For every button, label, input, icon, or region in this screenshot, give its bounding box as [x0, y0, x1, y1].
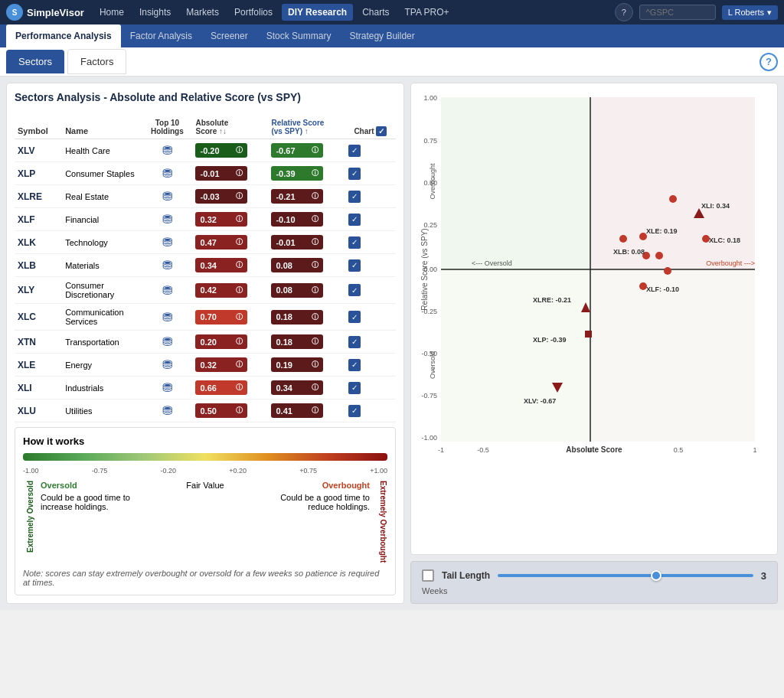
oversold-col: Oversold Could be a good time to increas… [41, 481, 132, 511]
right-panel: 1.00 0.75 0.50 0.25 0.00 -0.25 -0.50 -0.… [410, 83, 778, 604]
table-row: XLC Communication Services ⛃ 0.70 ⓘ 0.18… [15, 304, 396, 331]
cell-holdings[interactable]: ⛃ [142, 277, 192, 304]
user-menu[interactable]: L Roberts ▾ [722, 5, 778, 20]
cell-holdings[interactable]: ⛃ [142, 254, 192, 277]
tail-value: 3 [761, 570, 766, 582]
cell-relative: 0.18 ⓘ [268, 304, 345, 331]
tail-checkbox[interactable] [422, 569, 434, 582]
cell-holdings[interactable]: ⛃ [142, 354, 192, 377]
cell-chart[interactable]: ✓ [345, 231, 396, 254]
point-xlp [585, 331, 592, 338]
cell-holdings[interactable]: ⛃ [142, 377, 192, 400]
subnav-strategy-builder[interactable]: Strategy Builder [340, 24, 423, 47]
cell-name: Real Estate [62, 185, 142, 208]
cell-holdings[interactable]: ⛃ [142, 185, 192, 208]
cell-relative: -0.39 ⓘ [268, 162, 345, 185]
cell-symbol: XTN [15, 331, 62, 354]
how-title: How it works [23, 435, 387, 447]
col-top10: Top 10Holdings [142, 116, 192, 139]
cell-holdings[interactable]: ⛃ [142, 162, 192, 185]
nav-home[interactable]: Home [93, 4, 130, 21]
cell-chart[interactable]: ✓ [345, 304, 396, 331]
subnav-factor-analysis[interactable]: Factor Analysis [121, 24, 201, 47]
svg-text:-1.00: -1.00 [421, 434, 437, 442]
cell-chart[interactable]: ✓ [345, 277, 396, 304]
nav-markets[interactable]: Markets [180, 4, 225, 21]
subnav-screener[interactable]: Screener [201, 24, 257, 47]
svg-text:XLI: 0.34: XLI: 0.34 [701, 202, 730, 210]
scale-labels: -1.00 -0.75 -0.20 +0.20 +0.75 +1.00 [23, 467, 387, 475]
svg-text:Relative Score (vs SPY): Relative Score (vs SPY) [420, 228, 429, 310]
svg-text:Absolute Score: Absolute Score [566, 445, 622, 454]
col-symbol: Symbol [15, 116, 62, 139]
nav-portfolios[interactable]: Portfolios [228, 4, 279, 21]
col-relative[interactable]: Relative Score(vs SPY) ↑ [268, 116, 345, 139]
cell-chart[interactable]: ✓ [345, 331, 396, 354]
nav-insights[interactable]: Insights [133, 4, 177, 21]
cell-holdings[interactable]: ⛃ [142, 231, 192, 254]
table-row: XLU Utilities ⛃ 0.50 ⓘ 0.41 ⓘ ✓ [15, 400, 396, 422]
cell-holdings[interactable]: ⛃ [142, 400, 192, 422]
cell-chart[interactable]: ✓ [345, 162, 396, 185]
subnav-stock-summary[interactable]: Stock Summary [257, 24, 341, 47]
slider-thumb [651, 570, 662, 581]
cell-absolute: 0.50 ⓘ [192, 400, 268, 422]
cell-absolute: -0.01 ⓘ [192, 162, 268, 185]
table-row: XLF Financial ⛃ 0.32 ⓘ -0.10 ⓘ ✓ [15, 208, 396, 231]
tab-factors[interactable]: Factors [67, 49, 126, 74]
extreme-right-label: Extremely Overbought [376, 481, 387, 563]
cell-symbol: XLI [15, 377, 62, 400]
point-xlu [669, 195, 677, 203]
col-absolute[interactable]: AbsoluteScore ↑↓ [192, 116, 268, 139]
point-xlk [664, 267, 671, 275]
cell-absolute: 0.32 ⓘ [192, 208, 268, 231]
cell-chart[interactable]: ✓ [345, 139, 396, 162]
tail-slider[interactable] [498, 574, 753, 577]
cell-relative: 0.08 ⓘ [268, 254, 345, 277]
cell-absolute: 0.42 ⓘ [192, 277, 268, 304]
gradient-bar [23, 453, 387, 461]
subnav-performance-analysis[interactable]: Performance Analysis [6, 24, 121, 47]
sectors-table: Symbol Name Top 10Holdings AbsoluteScore… [15, 116, 396, 422]
tab-help-icon[interactable]: ? [760, 53, 778, 71]
cell-chart[interactable]: ✓ [345, 377, 396, 400]
cell-symbol: XLP [15, 162, 62, 185]
cell-holdings[interactable]: ⛃ [142, 139, 192, 162]
cell-chart[interactable]: ✓ [345, 254, 396, 277]
nav-charts[interactable]: Charts [356, 4, 395, 21]
nav-tpa-pro[interactable]: TPA PRO+ [399, 4, 456, 21]
cell-holdings[interactable]: ⛃ [142, 208, 192, 231]
search-input[interactable] [639, 5, 716, 20]
cell-holdings[interactable]: ⛃ [142, 331, 192, 354]
table-row: XLB Materials ⛃ 0.34 ⓘ 0.08 ⓘ ✓ [15, 254, 396, 277]
cell-holdings[interactable]: ⛃ [142, 304, 192, 331]
cell-chart[interactable]: ✓ [345, 208, 396, 231]
cell-name: Utilities [62, 400, 142, 422]
cell-chart[interactable]: ✓ [345, 354, 396, 377]
nav-diy-research[interactable]: DIY Research [282, 4, 353, 21]
svg-text:0.25: 0.25 [423, 221, 437, 229]
cell-absolute: 0.47 ⓘ [192, 231, 268, 254]
tail-label: Tail Length [442, 570, 490, 581]
logo[interactable]: S SimpleVisor [6, 4, 84, 21]
svg-text:XLV: -0.67: XLV: -0.67 [524, 397, 556, 405]
cell-name: Consumer Discretionary [62, 277, 142, 304]
help-button[interactable]: ? [615, 3, 633, 21]
svg-text:0.5: 0.5 [674, 446, 684, 454]
nav-items: Home Insights Markets Portfolios DIY Res… [93, 4, 615, 21]
cell-symbol: XLY [15, 277, 62, 304]
how-cols: Oversold Could be a good time to increas… [41, 481, 370, 511]
cell-symbol: XLRE [15, 185, 62, 208]
cell-chart[interactable]: ✓ [345, 400, 396, 422]
table-row: XLRE Real Estate ⛃ -0.03 ⓘ -0.21 ⓘ ✓ [15, 185, 396, 208]
cell-name: Health Care [62, 139, 142, 162]
cell-absolute: -0.20 ⓘ [192, 139, 268, 162]
cell-absolute: 0.66 ⓘ [192, 377, 268, 400]
sub-nav: Performance Analysis Factor Analysis Scr… [0, 24, 784, 47]
cell-relative: 0.08 ⓘ [268, 277, 345, 304]
svg-text:1: 1 [753, 446, 756, 454]
cell-chart[interactable]: ✓ [345, 185, 396, 208]
tab-sectors[interactable]: Sectors [6, 50, 64, 73]
cell-symbol: XLK [15, 231, 62, 254]
cell-absolute: 0.20 ⓘ [192, 331, 268, 354]
